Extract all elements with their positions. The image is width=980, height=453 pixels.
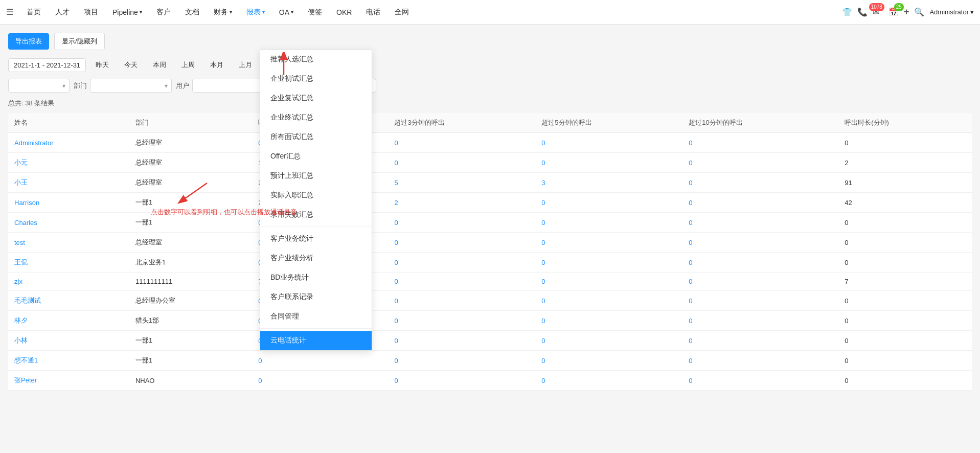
nav-item-okr[interactable]: OKR [329, 0, 359, 25]
cell-over10[interactable]: 0 [682, 371, 838, 391]
nav-item-notes[interactable]: 便签 [301, 0, 329, 25]
cell-over5[interactable]: 0 [535, 331, 682, 351]
cell-over10[interactable]: 0 [682, 351, 838, 371]
cell-name[interactable]: zjx [8, 273, 129, 291]
cell-over5[interactable]: 0 [535, 291, 682, 311]
nav-item-pipeline[interactable]: Pipeline▾ [105, 0, 149, 25]
dropdown-menu-item-12[interactable]: 客户联系记录 [260, 287, 372, 307]
dropdown-menu-item-2[interactable]: 企业复试汇总 [260, 88, 372, 108]
cell-over3[interactable]: 0 [388, 291, 535, 311]
date-range-display[interactable]: 2021-1-1 - 2021-12-31 [8, 58, 86, 72]
nav-item-phone[interactable]: 电话 [359, 0, 388, 25]
cell-over5[interactable]: 0 [535, 351, 682, 371]
cell-name[interactable]: Administrator [8, 133, 129, 153]
cell-name[interactable]: Harrison [8, 193, 129, 213]
cell-over3[interactable]: 0 [388, 133, 535, 153]
dropdown-menu-item-14[interactable]: 云电话统计 [260, 331, 372, 350]
cell-over3[interactable]: 0 [388, 273, 535, 291]
cell-over10[interactable]: 0 [682, 273, 838, 291]
search-icon[interactable]: 🔍 [914, 7, 924, 17]
cell-name[interactable]: 林夕 [8, 311, 129, 331]
cell-calls[interactable]: 0 [252, 371, 359, 391]
cell-over10[interactable]: 0 [682, 193, 838, 213]
cell-over5[interactable]: 0 [535, 153, 682, 173]
cell-over10[interactable]: 0 [682, 291, 838, 311]
cell-over10[interactable]: 0 [682, 133, 838, 153]
nav-item-oa[interactable]: OA▾ [272, 0, 301, 25]
dropdown-menu-item-4[interactable]: 所有面试汇总 [260, 127, 372, 147]
phone-icon[interactable]: 📞 [857, 7, 868, 17]
cell-name[interactable]: Charles [8, 213, 129, 233]
nav-item-docs[interactable]: 文档 [178, 0, 207, 25]
cell-over10[interactable]: 0 [682, 311, 838, 331]
cell-name[interactable]: 想不通1 [8, 351, 129, 371]
dropdown-menu-item-10[interactable]: 客户业绩分析 [260, 248, 372, 268]
nav-item-customer[interactable]: 客户 [149, 0, 178, 25]
mail-icon[interactable]: ✉ 1078 [873, 7, 879, 17]
cell-over10[interactable]: 0 [682, 153, 838, 173]
calendar-icon[interactable]: 📅 25 [888, 7, 899, 17]
toggle-col-button[interactable]: 显示/隐藏列 [54, 33, 105, 50]
cell-name[interactable]: 王侃 [8, 253, 129, 273]
dept-select2[interactable] [90, 79, 172, 93]
cell-over10[interactable]: 0 [682, 253, 838, 273]
cell-over10[interactable]: 0 [682, 173, 838, 193]
cell-over3[interactable]: 0 [388, 371, 535, 391]
dropdown-menu-item-11[interactable]: BD业务统计 [260, 268, 372, 287]
cell-over5[interactable]: 3 [535, 173, 682, 193]
period-btn-thismonth[interactable]: 本月 [204, 57, 229, 73]
dropdown-menu-item-0[interactable]: 推荐人选汇总 [260, 50, 372, 69]
cell-over3[interactable]: 0 [388, 213, 535, 233]
cell-over5[interactable]: 0 [535, 193, 682, 213]
nav-item-finance[interactable]: 财务▾ [207, 0, 239, 25]
cell-over3[interactable]: 0 [388, 351, 535, 371]
cell-name[interactable]: 小林 [8, 331, 129, 351]
cell-name[interactable]: test [8, 233, 129, 253]
cell-over5[interactable]: 0 [535, 233, 682, 253]
dropdown-menu-item-3[interactable]: 企业终试汇总 [260, 108, 372, 127]
shirt-icon[interactable]: 👕 [842, 7, 852, 17]
cell-over3[interactable]: 0 [388, 331, 535, 351]
nav-item-web[interactable]: 全网 [388, 0, 416, 25]
cell-over10[interactable]: 0 [682, 233, 838, 253]
cell-over5[interactable]: 0 [535, 311, 682, 331]
period-btn-lastweek[interactable]: 上周 [176, 57, 200, 73]
cell-over3[interactable]: 0 [388, 253, 535, 273]
cell-over10[interactable]: 0 [682, 331, 838, 351]
export-button[interactable]: 导出报表 [8, 33, 49, 50]
cell-over5[interactable]: 0 [535, 273, 682, 291]
cell-over5[interactable]: 0 [535, 253, 682, 273]
dropdown-menu-item-1[interactable]: 企业初试汇总 [260, 69, 372, 88]
cell-over10[interactable]: 0 [682, 213, 838, 233]
period-btn-thisweek[interactable]: 本周 [147, 57, 172, 73]
cell-over5[interactable]: 0 [535, 133, 682, 153]
cell-name[interactable]: 张Peter [8, 371, 129, 391]
cell-over3[interactable]: 5 [388, 173, 535, 193]
cell-over3[interactable]: 0 [388, 233, 535, 253]
dept-select[interactable] [8, 79, 70, 93]
cell-over5[interactable]: 0 [535, 213, 682, 233]
cell-over3[interactable]: 0 [388, 153, 535, 173]
hamburger-icon[interactable]: ☰ [6, 7, 13, 17]
period-btn-today[interactable]: 今天 [119, 57, 143, 73]
cell-calls[interactable]: 0 [252, 351, 359, 371]
dropdown-menu-item-7[interactable]: 实际入职汇总 [260, 186, 372, 205]
dropdown-menu-item-8[interactable]: 录用失败汇总 [260, 205, 372, 224]
nav-item-project[interactable]: 项目 [77, 0, 105, 25]
nav-item-home[interactable]: 首页 [19, 0, 48, 25]
nav-item-reports[interactable]: 报表▾ [239, 0, 272, 25]
cell-name[interactable]: 小王 [8, 173, 129, 193]
nav-item-talent[interactable]: 人才 [48, 0, 77, 25]
cell-over5[interactable]: 0 [535, 371, 682, 391]
dropdown-menu-item-6[interactable]: 预计上班汇总 [260, 166, 372, 186]
user-menu[interactable]: Administrator ▾ [929, 8, 974, 16]
cell-name[interactable]: 毛毛测试 [8, 291, 129, 311]
cell-over3[interactable]: 0 [388, 311, 535, 331]
dropdown-menu-item-9[interactable]: 客户业务统计 [260, 229, 372, 248]
dropdown-menu-item-5[interactable]: Offer汇总 [260, 147, 372, 166]
period-btn-lastmonth[interactable]: 上月 [233, 57, 258, 73]
dropdown-menu-item-13[interactable]: 合同管理 [260, 307, 372, 326]
plus-icon[interactable]: + [904, 7, 909, 17]
cell-over3[interactable]: 2 [388, 193, 535, 213]
cell-name[interactable]: 小元 [8, 153, 129, 173]
